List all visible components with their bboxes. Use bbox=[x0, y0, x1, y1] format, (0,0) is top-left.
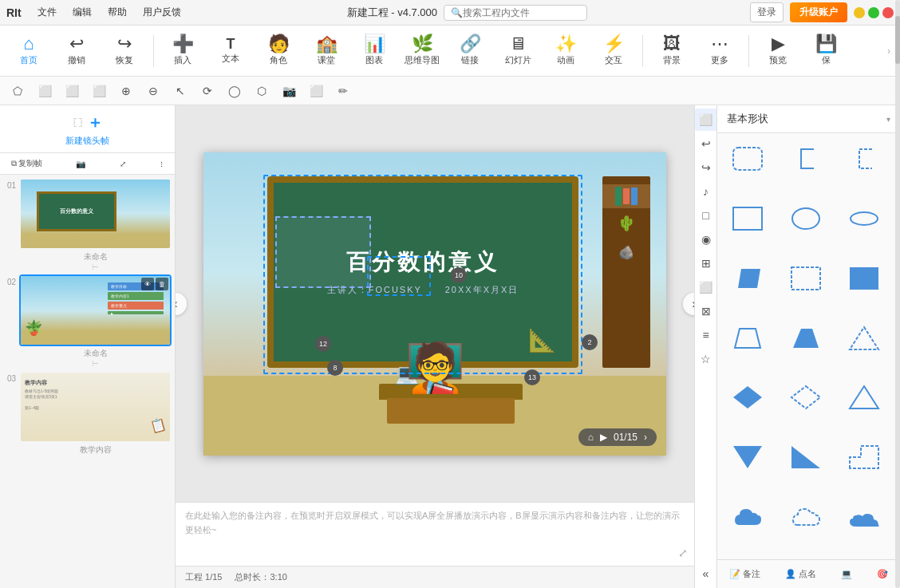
resize-btn[interactable]: ⤢ bbox=[115, 158, 131, 170]
shape-tool-pen[interactable]: ✏ bbox=[332, 80, 354, 102]
slide-thumbnail-2[interactable]: 教学目标 教学内容1 教学重点 ▸ 🪴 👁 🗑 bbox=[19, 274, 172, 346]
shape-cloud-outline[interactable] bbox=[782, 498, 830, 536]
rt-collapse-btn[interactable]: « bbox=[695, 562, 717, 585]
toolbar-mindmap[interactable]: 🌿 思维导图 bbox=[400, 29, 444, 73]
shape-bracket-left[interactable] bbox=[782, 140, 830, 178]
shape-tool-hexagon[interactable]: ⬡ bbox=[251, 80, 273, 102]
svg-rect-6 bbox=[850, 267, 878, 290]
shape-solid-rect[interactable] bbox=[840, 259, 888, 298]
toolbar-interact[interactable]: ⚡ 交互 bbox=[591, 29, 636, 73]
rt-frame[interactable]: □ bbox=[695, 204, 717, 227]
rt-undo[interactable]: ↩ bbox=[695, 132, 717, 155]
toolbar-classroom[interactable]: 🏫 课堂 bbox=[304, 29, 349, 73]
toolbar-insert[interactable]: ➕ 插入 bbox=[160, 29, 205, 73]
shape-trapezoid[interactable] bbox=[782, 319, 830, 357]
shape-tool-camera[interactable]: 📷 bbox=[278, 80, 300, 102]
shape-diamond-outline[interactable] bbox=[782, 378, 830, 416]
slide-item-3[interactable]: 03 教学内容 教材与当1-5使用题课堂主告情况3页1第1~4题 📋 教学内容 bbox=[3, 371, 172, 456]
notes-text[interactable]: 在此处输入您的备注内容，在预览时开启双屏模式，可以实现A屏全屏播放演示内容，B屏… bbox=[185, 509, 685, 537]
shape-triangle-filled[interactable] bbox=[724, 438, 772, 476]
search-box[interactable]: 🔍 bbox=[444, 5, 587, 21]
login-button[interactable]: 登录 bbox=[750, 2, 784, 22]
menu-file[interactable]: 文件 bbox=[34, 4, 60, 21]
shape-rect[interactable] bbox=[724, 199, 772, 238]
shape-bracket-dotted[interactable] bbox=[840, 140, 888, 178]
timeline-btn[interactable]: ⫶ bbox=[155, 158, 168, 170]
notes-expand-button[interactable]: ⤢ bbox=[678, 547, 688, 559]
toolbar-more[interactable]: ⋯ 更多 bbox=[697, 29, 742, 73]
toolbar-chart[interactable]: 📊 图表 bbox=[352, 29, 397, 73]
toolbar-slides[interactable]: 🖥 幻灯片 bbox=[495, 29, 540, 73]
shape-tool-rotate[interactable]: ⟳ bbox=[196, 80, 219, 102]
shape-tool-circle[interactable]: ◯ bbox=[223, 80, 246, 102]
upgrade-button[interactable]: 升级账户 bbox=[790, 2, 847, 22]
shape-tool-frame[interactable]: ⬜ bbox=[305, 80, 327, 102]
backup-button[interactable]: 📝 备注 bbox=[729, 568, 760, 580]
search-input[interactable] bbox=[463, 7, 574, 18]
shape-oval[interactable] bbox=[840, 199, 888, 238]
thumb-del-btn[interactable]: 🗑 bbox=[156, 278, 168, 290]
rt-close[interactable]: ⊠ bbox=[695, 300, 717, 322]
slide-thumbnail-1[interactable]: 百分数的意义 bbox=[19, 178, 172, 250]
badge-12: 12 bbox=[315, 336, 331, 352]
toolbar-animation[interactable]: ✨ 动画 bbox=[543, 29, 588, 73]
slide-thumbnail-3[interactable]: 教学内容 教材与当1-5使用题课堂主告情况3页1第1~4题 📋 bbox=[19, 371, 172, 443]
camera-btn[interactable]: 📷 bbox=[71, 158, 90, 170]
screen-button[interactable]: 💻 bbox=[841, 569, 852, 579]
slide-item-2[interactable]: 02 教学目标 教学内容1 教学重点 ▸ bbox=[3, 274, 172, 368]
shape-trapezoid-sym[interactable] bbox=[724, 319, 772, 357]
slide-number-3: 03 bbox=[3, 371, 16, 383]
copy-frame-button[interactable]: ⧉ 复制帧 bbox=[6, 156, 47, 171]
rt-redo[interactable]: ↪ bbox=[695, 156, 717, 179]
shape-diamond[interactable] bbox=[724, 378, 772, 416]
menu-feedback[interactable]: 用户反馈 bbox=[140, 4, 184, 21]
shape-step[interactable] bbox=[840, 438, 888, 476]
add-frame-button[interactable]: ┌ ┐└ ┘ ＋ 新建镜头帧 bbox=[0, 105, 175, 153]
nav-next-button[interactable]: › bbox=[683, 293, 694, 315]
shapes-panel-arrow[interactable]: ▾ bbox=[886, 115, 890, 124]
target-button[interactable]: 🎯 bbox=[877, 569, 888, 579]
toolbar-redo[interactable]: ↪ 恢复 bbox=[102, 29, 147, 73]
shape-tool-arrow[interactable]: ↖ bbox=[169, 80, 191, 102]
slide-item-1[interactable]: 01 百分数的意义 未命名 ⊢ bbox=[3, 178, 172, 271]
rollcall-button[interactable]: 👤 点名 bbox=[785, 568, 816, 580]
rt-grid[interactable]: ⊞ bbox=[695, 252, 717, 274]
toolbar-character[interactable]: 🧑 角色 bbox=[256, 29, 301, 73]
thumb-eye-btn[interactable]: 👁 bbox=[141, 278, 154, 290]
shape-parallelogram[interactable] bbox=[724, 259, 772, 298]
rt-panel[interactable]: ⬜ bbox=[695, 276, 717, 298]
toolbar-undo[interactable]: ↩ 撤销 bbox=[54, 29, 99, 73]
shape-triangle[interactable] bbox=[840, 378, 888, 416]
shape-triangle-dotted[interactable] bbox=[840, 319, 888, 357]
shape-rect-dotted2[interactable] bbox=[782, 259, 830, 298]
rt-target[interactable]: ◉ bbox=[695, 228, 717, 251]
rt-layers[interactable]: ≡ bbox=[695, 324, 717, 346]
minimize-button[interactable]: — bbox=[854, 7, 865, 18]
shape-tool-rect2[interactable]: ⬜ bbox=[61, 80, 83, 102]
rt-music[interactable]: ♪ bbox=[695, 180, 717, 203]
shape-tool-pentagon[interactable]: ⬠ bbox=[6, 80, 29, 102]
nav-prev-button[interactable]: ‹ bbox=[176, 293, 187, 315]
rt-star[interactable]: ☆ bbox=[695, 348, 717, 370]
toolbar-collapse[interactable]: › bbox=[887, 45, 894, 57]
menu-help[interactable]: 帮助 bbox=[105, 4, 130, 21]
menu-edit[interactable]: 编辑 bbox=[69, 4, 95, 21]
shape-right-triangle[interactable] bbox=[782, 438, 830, 476]
shape-tool-zoom-in[interactable]: ⊕ bbox=[115, 80, 137, 102]
toolbar-preview[interactable]: ▶ 预览 bbox=[756, 29, 800, 73]
shape-cloud[interactable] bbox=[724, 498, 772, 536]
shape-circle[interactable] bbox=[782, 199, 830, 238]
toolbar-link[interactable]: 🔗 链接 bbox=[448, 29, 492, 73]
maximize-button[interactable]: □ bbox=[868, 7, 879, 18]
toolbar-save[interactable]: 💾 保 bbox=[803, 29, 848, 73]
shape-tool-rect3[interactable]: ⬜ bbox=[88, 80, 110, 102]
shape-tool-rect-outline[interactable]: ⬜ bbox=[34, 80, 56, 102]
close-button[interactable]: ✕ bbox=[882, 7, 894, 18]
toolbar-background[interactable]: 🖼 背景 bbox=[649, 29, 694, 73]
shape-rounded-rect-dotted[interactable] bbox=[724, 140, 772, 178]
toolbar-home[interactable]: ⌂ 首页 bbox=[6, 29, 51, 73]
rt-shapes[interactable]: ⬜ bbox=[695, 109, 717, 131]
toolbar-text[interactable]: T 文本 bbox=[208, 29, 253, 73]
shape-cloud-right[interactable] bbox=[840, 498, 888, 536]
shape-tool-zoom-out[interactable]: ⊖ bbox=[142, 80, 164, 102]
